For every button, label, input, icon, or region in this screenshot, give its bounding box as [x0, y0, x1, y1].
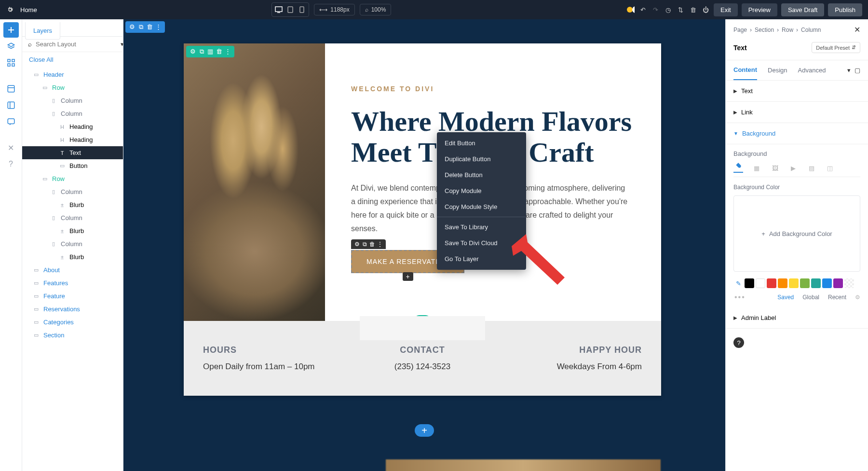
swatch[interactable]	[822, 278, 832, 288]
layer-header[interactable]: ▭Header	[22, 68, 123, 81]
palette-saved[interactable]: Saved	[777, 294, 794, 301]
ctx-duplicate[interactable]: Duplicate Button	[437, 151, 526, 167]
trash-icon[interactable]: 🗑	[146, 23, 153, 31]
eyedropper-icon[interactable]: ✎	[733, 278, 743, 288]
bg-tab-mask-icon[interactable]: ◫	[825, 163, 835, 173]
close-icon[interactable]: ✕	[854, 25, 860, 34]
trash-icon[interactable]: 🗑	[689, 5, 697, 14]
gear-icon[interactable]: ⚙	[189, 48, 197, 55]
gear-icon[interactable]	[6, 5, 14, 14]
canvas-width[interactable]: ⟷1188px	[314, 4, 354, 15]
canvas-zoom[interactable]: ⌕100%	[360, 4, 392, 15]
layer-button[interactable]: ▭Button	[22, 159, 123, 172]
layer-row[interactable]: ▭Row	[22, 81, 123, 94]
layer-column[interactable]: ▯Column	[22, 185, 123, 198]
preset-dropdown[interactable]: Default Preset ⇵	[812, 42, 860, 53]
ctx-copy-style[interactable]: Copy Module Style	[437, 199, 526, 215]
expand-icon[interactable]: ▢	[854, 67, 860, 74]
wireframe-icon[interactable]	[3, 81, 19, 97]
palette-gear-icon[interactable]: ⚙	[855, 294, 860, 301]
history-icon[interactable]: ◷	[664, 5, 672, 14]
acc-text[interactable]: ▶Text	[726, 81, 868, 102]
bg-tab-image-icon[interactable]: 🖼	[770, 163, 780, 173]
layer-categories[interactable]: ▭Categories	[22, 316, 123, 329]
undo-icon[interactable]: ↶	[638, 5, 647, 14]
sliders-icon[interactable]: ⇅	[676, 5, 685, 14]
more-swatches[interactable]: •••	[733, 293, 746, 302]
add-icon[interactable]	[3, 22, 19, 38]
publish-button[interactable]: Publish	[828, 3, 862, 16]
bg-tab-pattern-icon[interactable]: ▨	[807, 163, 816, 173]
device-desktop-icon[interactable]	[274, 5, 284, 14]
add-bg-color-button[interactable]: +Add Background Color	[733, 195, 860, 272]
swatch[interactable]	[767, 278, 776, 288]
layers-tab[interactable]: Layers	[25, 22, 60, 40]
swatch[interactable]	[789, 278, 799, 288]
swatch[interactable]	[756, 278, 765, 288]
help-icon[interactable]: ?	[3, 156, 19, 172]
exit-button[interactable]: Exit	[714, 3, 738, 16]
ctx-save-library[interactable]: Save To Library	[437, 219, 526, 235]
palette-global[interactable]: Global	[802, 294, 819, 301]
more-icon[interactable]: ⋮	[154, 23, 162, 31]
tab-design[interactable]: Design	[768, 61, 787, 80]
swatch[interactable]	[745, 278, 754, 288]
help-button[interactable]: ?	[733, 337, 744, 348]
row-toolbar[interactable]: ⚙⧉▥🗑⋮	[186, 46, 234, 57]
ctx-edit[interactable]: Edit Button	[437, 135, 526, 151]
swatch[interactable]	[811, 278, 821, 288]
more-icon[interactable]: ⋮	[224, 48, 231, 55]
gear-icon[interactable]: ⚙	[128, 23, 136, 31]
add-module-icon[interactable]: +	[403, 272, 413, 281]
home-link[interactable]: Home	[20, 6, 37, 14]
ctx-copy-module[interactable]: Copy Module	[437, 183, 526, 199]
trash-icon[interactable]: 🗑	[215, 48, 223, 55]
bg-tab-video-icon[interactable]: ▶	[788, 163, 798, 173]
bg-tab-gradient-icon[interactable]: ▦	[752, 163, 761, 173]
layer-row[interactable]: ▭Row	[22, 172, 123, 185]
close-all-button[interactable]: Close All	[22, 52, 123, 67]
layer-about[interactable]: ▭About	[22, 263, 123, 277]
swatch[interactable]	[833, 278, 843, 288]
gear-icon[interactable]: ⚙	[353, 241, 360, 248]
tab-content[interactable]: Content	[733, 60, 757, 80]
layer-blurb[interactable]: ±Blurb	[22, 198, 123, 211]
trash-icon[interactable]: 🗑	[369, 241, 376, 248]
swatch-transparent[interactable]	[844, 278, 854, 288]
device-tablet-icon[interactable]	[285, 5, 295, 14]
ctx-save-cloud[interactable]: Save To Divi Cloud	[437, 235, 526, 251]
palette-recent[interactable]: Recent	[828, 294, 846, 301]
layer-text-selected[interactable]: TText	[22, 146, 123, 159]
tab-advanced[interactable]: Advanced	[798, 61, 826, 80]
add-section-button[interactable]: +	[415, 424, 434, 437]
layer-section[interactable]: ▭Section	[22, 329, 123, 342]
layer-reservations[interactable]: ▭Reservations	[22, 303, 123, 316]
tools-icon[interactable]: ✕	[3, 140, 19, 155]
acc-link[interactable]: ▶Link	[726, 102, 868, 123]
search-input[interactable]	[36, 41, 117, 48]
layer-features[interactable]: ▭Features	[22, 277, 123, 290]
duplicate-icon[interactable]: ⧉	[361, 241, 368, 248]
acc-admin-label[interactable]: ▶Admin Label	[726, 307, 868, 329]
ctx-go-to-layer[interactable]: Go To Layer	[437, 251, 526, 267]
ctx-delete[interactable]: Delete Button	[437, 167, 526, 183]
swatch[interactable]	[800, 278, 810, 288]
more-icon[interactable]: ⋮	[377, 241, 383, 248]
duplicate-icon[interactable]: ⧉	[137, 23, 145, 31]
acc-background[interactable]: ▼Background	[726, 123, 868, 144]
module-toolbar[interactable]: ⚙⧉🗑⋮	[351, 239, 386, 249]
chat-icon[interactable]	[3, 114, 19, 129]
section-toolbar[interactable]: ⚙⧉🗑⋮	[125, 21, 165, 33]
layer-heading[interactable]: HHeading	[22, 120, 123, 133]
layer-blurb[interactable]: ±Blurb	[22, 250, 123, 263]
save-draft-button[interactable]: Save Draft	[781, 3, 824, 16]
layer-blurb[interactable]: ±Blurb	[22, 224, 123, 237]
layer-heading[interactable]: HHeading	[22, 133, 123, 146]
redo-icon[interactable]: ↷	[651, 5, 660, 14]
device-phone-icon[interactable]	[297, 5, 307, 14]
power-icon[interactable]: ⏻	[701, 5, 710, 14]
layers-icon[interactable]	[3, 39, 19, 54]
preview-button[interactable]: Preview	[742, 3, 777, 16]
swatch[interactable]	[778, 278, 787, 288]
layer-column[interactable]: ▯Column	[22, 211, 123, 224]
